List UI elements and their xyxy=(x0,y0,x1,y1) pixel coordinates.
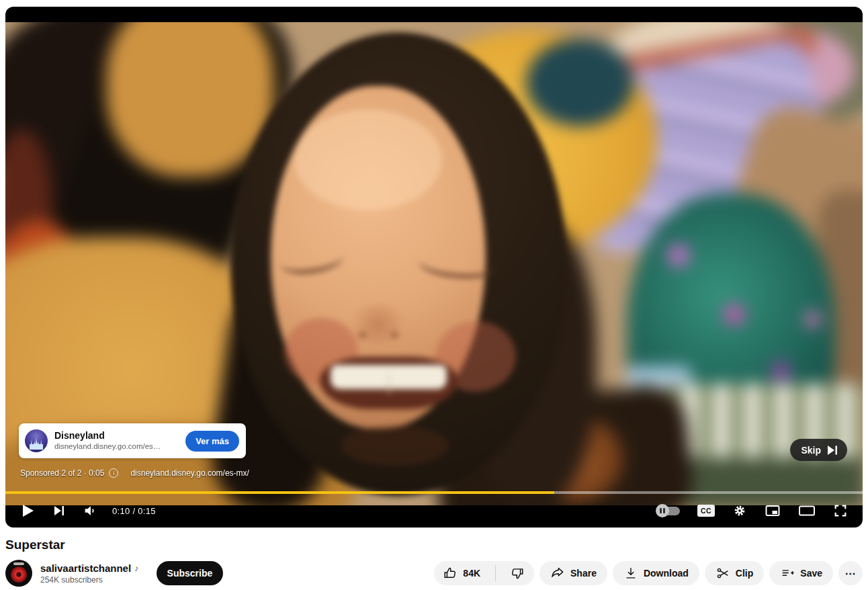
progress-bar[interactable] xyxy=(5,491,863,494)
sponsored-row: Sponsored 2 of 2 · 0:05 i disneyland.dis… xyxy=(20,468,249,478)
share-button[interactable]: Share xyxy=(539,561,607,585)
pill-divider xyxy=(495,565,496,581)
scissors-icon xyxy=(715,566,730,581)
thumbs-up-icon xyxy=(443,566,458,581)
watch-info-section: Superstar salivaartistchannel ♪ 254K sub… xyxy=(5,536,863,587)
artist-channel-badge-icon: ♪ xyxy=(134,563,139,573)
video-player[interactable]: Disneyland disneyland.disney.go.com/es… … xyxy=(5,7,863,528)
fullscreen-icon xyxy=(833,503,848,518)
ad-cta-button[interactable]: Ver más xyxy=(185,431,239,452)
channel-logo-text xyxy=(13,562,24,565)
like-dislike-pill: 84K xyxy=(434,561,534,585)
player-controls: 0:10 / 0:15 CC xyxy=(5,497,863,524)
sponsored-url[interactable]: disneyland.disney.go.com/es-mx/ xyxy=(130,468,249,478)
fullscreen-button[interactable] xyxy=(833,503,848,518)
progress-played xyxy=(5,491,554,494)
save-label: Save xyxy=(800,568,822,579)
theater-mode-button[interactable] xyxy=(798,503,816,519)
advertiser-avatar xyxy=(25,429,48,452)
share-icon xyxy=(550,566,565,581)
channel-avatar[interactable] xyxy=(5,560,32,587)
play-button[interactable] xyxy=(21,503,35,518)
volume-icon xyxy=(83,503,97,518)
like-button[interactable]: 84K xyxy=(434,561,490,585)
castle-icon xyxy=(30,437,43,450)
clip-button[interactable]: Clip xyxy=(705,561,764,585)
download-button[interactable]: Download xyxy=(613,561,699,585)
action-buttons: 84K Share Download xyxy=(434,561,863,585)
more-actions-button[interactable]: ⋯ xyxy=(838,561,863,585)
skip-ad-button[interactable]: Skip xyxy=(790,439,847,461)
miniplayer-icon xyxy=(765,503,781,519)
autoplay-toggle[interactable] xyxy=(658,507,680,515)
theater-icon xyxy=(798,503,816,519)
download-label: Download xyxy=(644,568,689,579)
subtitles-button[interactable]: CC xyxy=(697,505,715,517)
cc-icon: CC xyxy=(697,505,715,517)
subscribe-button[interactable]: Subscribe xyxy=(157,561,224,585)
skip-icon xyxy=(828,446,838,455)
ellipsis-icon: ⋯ xyxy=(845,567,857,580)
like-count: 84K xyxy=(463,568,480,579)
clip-label: Clip xyxy=(736,568,753,579)
miniplayer-button[interactable] xyxy=(765,503,781,519)
autoplay-knob-pause-icon xyxy=(656,504,669,517)
info-icon[interactable]: i xyxy=(109,468,118,478)
dislike-button[interactable] xyxy=(501,561,534,585)
thumbs-down-icon xyxy=(510,566,525,581)
skip-label: Skip xyxy=(801,445,821,456)
subscriber-count: 254K subscribers xyxy=(40,575,139,585)
next-button[interactable] xyxy=(54,504,65,517)
time-display: 0:10 / 0:15 xyxy=(112,506,156,516)
next-icon xyxy=(54,504,65,517)
advertiser-name: Disneyland xyxy=(54,430,161,441)
rose-artwork xyxy=(11,566,27,583)
sponsored-label: Sponsored 2 of 2 · 0:05 xyxy=(20,468,104,478)
playlist-add-icon xyxy=(780,566,795,581)
save-button[interactable]: Save xyxy=(769,561,833,585)
download-icon xyxy=(623,566,638,581)
ad-overlay-card[interactable]: Disneyland disneyland.disney.go.com/es… … xyxy=(19,423,246,458)
share-label: Share xyxy=(570,568,597,579)
settings-button[interactable] xyxy=(732,503,747,518)
video-title: Superstar xyxy=(5,536,863,554)
channel-name[interactable]: salivaartistchannel xyxy=(40,562,131,574)
gear-icon xyxy=(732,503,747,518)
volume-button[interactable] xyxy=(83,503,97,518)
advertiser-url: disneyland.disney.go.com/es… xyxy=(54,441,161,452)
play-icon xyxy=(21,503,35,518)
